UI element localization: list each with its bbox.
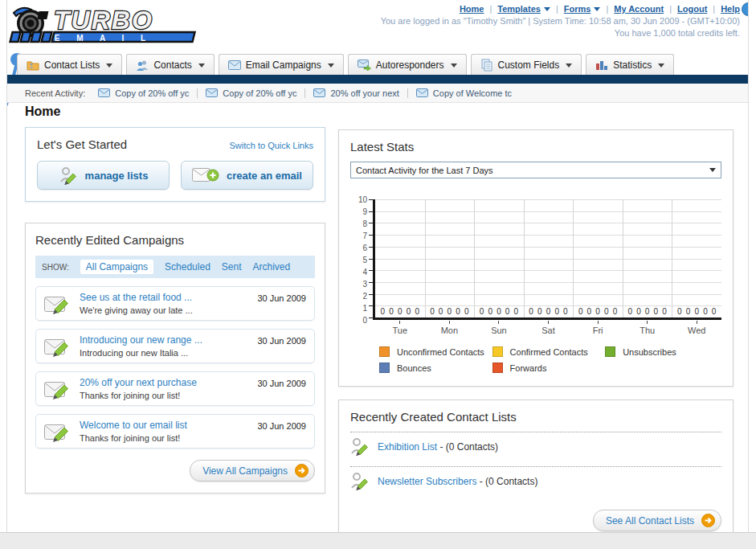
recent-activity-item[interactable]: Copy of 20% off yc bbox=[98, 88, 198, 98]
filter-archived[interactable]: Archived bbox=[253, 261, 291, 272]
tab-label: Custom Fields bbox=[498, 59, 560, 71]
contact-list-link[interactable]: Exhibition List bbox=[378, 441, 437, 453]
header: E M A I L TURBO Home | Templates | Forms… bbox=[7, 0, 748, 51]
nav-link-home[interactable]: Home bbox=[460, 4, 484, 14]
tab-label: Autoresponders bbox=[376, 59, 444, 71]
view-all-campaigns-button[interactable]: View All Campaigns bbox=[190, 460, 315, 481]
nav-link-help[interactable]: Help bbox=[721, 4, 740, 14]
envelope-icon bbox=[98, 88, 110, 97]
switch-to-quick-links[interactable]: Switch to Quick Links bbox=[229, 141, 313, 150]
legend-swatch bbox=[492, 346, 503, 357]
person-pencil-icon bbox=[59, 166, 78, 185]
chart-plot: 00000000000000000000000000000000000 bbox=[373, 199, 721, 320]
tab-statistics[interactable]: Statistics bbox=[586, 54, 674, 76]
nav-separator: | bbox=[713, 4, 715, 14]
help-bubble-icon[interactable] bbox=[742, 2, 749, 16]
tab-contacts[interactable]: Contacts bbox=[126, 54, 214, 76]
tab-contact-lists[interactable]: Contact Lists bbox=[17, 54, 122, 76]
nav-link-templates[interactable]: Templates bbox=[497, 4, 550, 14]
view-all-campaigns-label: View All Campaigns bbox=[202, 465, 288, 477]
legend-item: Forwards bbox=[492, 363, 606, 373]
envelope-icon bbox=[313, 88, 325, 97]
activity-item-label: Copy of 20% off yc bbox=[115, 88, 189, 98]
campaign-subtitle: Introducing our new Italia ... bbox=[80, 348, 249, 358]
contact-list-item[interactable]: Newsletter Subscribers - (0 Contacts) bbox=[350, 467, 721, 494]
get-started-title: Let's Get Started bbox=[37, 137, 127, 151]
campaign-row[interactable]: Introducing our new range ... Introducin… bbox=[35, 329, 315, 363]
campaign-envelope-pencil-icon bbox=[44, 379, 72, 399]
turbo-email-logo[interactable]: E M A I L TURBO bbox=[9, 2, 210, 50]
stats-period-dropdown[interactable]: Contact Activity for the Last 7 Days bbox=[350, 162, 721, 178]
tab-custom-fields[interactable]: Custom Fields bbox=[471, 54, 582, 76]
person-pencil-icon bbox=[350, 471, 370, 492]
header-right: Home | Templates | Forms | My Account | … bbox=[381, 4, 740, 38]
campaign-envelope-pencil-icon bbox=[44, 293, 72, 314]
chart-legend: Unconfirmed ContactsConfirmed ContactsUn… bbox=[379, 346, 721, 373]
main-tab-bar: Contact Lists Contacts Email Campaigns bbox=[7, 53, 748, 76]
campaign-row[interactable]: Welcome to our email list Thanks for joi… bbox=[35, 414, 315, 449]
campaign-title-link[interactable]: Welcome to our email list bbox=[80, 420, 249, 431]
chevron-down-icon bbox=[566, 64, 572, 68]
chevron-down-icon bbox=[544, 7, 550, 11]
filter-scheduled[interactable]: Scheduled bbox=[165, 261, 210, 272]
contact-list-link[interactable]: Newsletter Subscribers bbox=[378, 476, 476, 487]
app-root: E M A I L TURBO Home | Templates | Forms… bbox=[0, 0, 756, 549]
recent-activity-item[interactable]: Copy of Welcome tc bbox=[416, 88, 520, 98]
chevron-down-icon bbox=[451, 64, 457, 68]
campaign-title-link[interactable]: 20% off your next purchase bbox=[80, 377, 249, 388]
svg-text:E M A I L: E M A I L bbox=[55, 34, 153, 43]
tab-label: Email Campaigns bbox=[246, 59, 321, 71]
bar-chart-icon bbox=[595, 59, 608, 71]
campaign-title-link[interactable]: Introducing our new range ... bbox=[80, 334, 249, 346]
contact-list-item[interactable]: Exhibition List - (0 Contacts) bbox=[350, 432, 721, 459]
recent-activity-bar: Recent Activity: Copy of 20% off yc Copy… bbox=[7, 84, 748, 103]
filter-all-campaigns[interactable]: All Campaigns bbox=[80, 260, 153, 274]
filter-sent[interactable]: Sent bbox=[222, 261, 242, 272]
campaign-date: 30 Jun 2009 bbox=[257, 293, 306, 303]
left-column: Let's Get Started Switch to Quick Links … bbox=[25, 127, 325, 494]
custom-fields-icon bbox=[480, 59, 493, 72]
nav-link-label: Forms bbox=[564, 4, 591, 14]
page-title: Home bbox=[25, 104, 60, 119]
top-nav: Home | Templates | Forms | My Account | … bbox=[381, 4, 740, 14]
nav-link-my-account[interactable]: My Account bbox=[614, 4, 664, 14]
nav-separator: | bbox=[489, 4, 492, 14]
person-pencil-icon bbox=[350, 436, 370, 457]
contacts-people-icon bbox=[136, 59, 149, 72]
tab-email-campaigns[interactable]: Email Campaigns bbox=[219, 54, 344, 76]
tab-autoresponders[interactable]: Autoresponders bbox=[348, 54, 467, 76]
recent-activity-item[interactable]: Copy of 20% off yc bbox=[206, 88, 305, 98]
right-column: Latest Stats Contact Activity for the La… bbox=[338, 129, 734, 532]
create-email-button[interactable]: create an email bbox=[181, 161, 313, 190]
svg-text:TURBO: TURBO bbox=[54, 6, 153, 35]
nav-link-forms[interactable]: Forms bbox=[564, 4, 601, 14]
campaign-row[interactable]: See us at the retail food ... We're givi… bbox=[35, 286, 315, 321]
envelope-icon bbox=[228, 60, 241, 70]
nav-separator: | bbox=[606, 4, 608, 14]
recent-activity-label: Recent Activity: bbox=[25, 88, 85, 98]
campaign-subtitle: Thanks for joining our list! bbox=[80, 433, 249, 443]
see-all-contact-lists-label: See All Contact Lists bbox=[606, 515, 694, 526]
see-all-contact-lists-button[interactable]: See All Contact Lists bbox=[593, 510, 721, 531]
legend-item: Confirmed Contacts bbox=[492, 346, 606, 357]
nav-link-logout[interactable]: Logout bbox=[677, 4, 707, 14]
activity-item-label: Copy of 20% off yc bbox=[223, 88, 296, 98]
nav-link-label: Templates bbox=[497, 4, 541, 14]
envelope-icon bbox=[206, 88, 218, 97]
recent-activity-item[interactable]: 20% off your next bbox=[313, 88, 407, 98]
chevron-down-icon bbox=[594, 7, 600, 11]
campaign-row[interactable]: 20% off your next purchase Thanks for jo… bbox=[35, 371, 315, 406]
campaign-date: 30 Jun 2009 bbox=[257, 379, 306, 388]
contact-list-count: - (0 Contacts) bbox=[476, 476, 537, 487]
login-info: You are logged in as "Timothy Smith" | S… bbox=[381, 16, 740, 26]
campaign-title-link[interactable]: See us at the retail food ... bbox=[80, 292, 249, 303]
legend-swatch bbox=[492, 363, 503, 373]
envelope-plus-icon bbox=[192, 166, 219, 184]
stats-period-value: Contact Activity for the Last 7 Days bbox=[356, 166, 493, 175]
nav-separator: | bbox=[556, 4, 558, 14]
manage-lists-button[interactable]: manage lists bbox=[37, 161, 170, 190]
contact-lists-title: Recently Created Contact Lists bbox=[350, 410, 517, 424]
legend-item: Bounces bbox=[379, 363, 492, 373]
legend-swatch bbox=[379, 346, 390, 357]
contact-list-count: - (0 Contacts) bbox=[437, 441, 498, 453]
